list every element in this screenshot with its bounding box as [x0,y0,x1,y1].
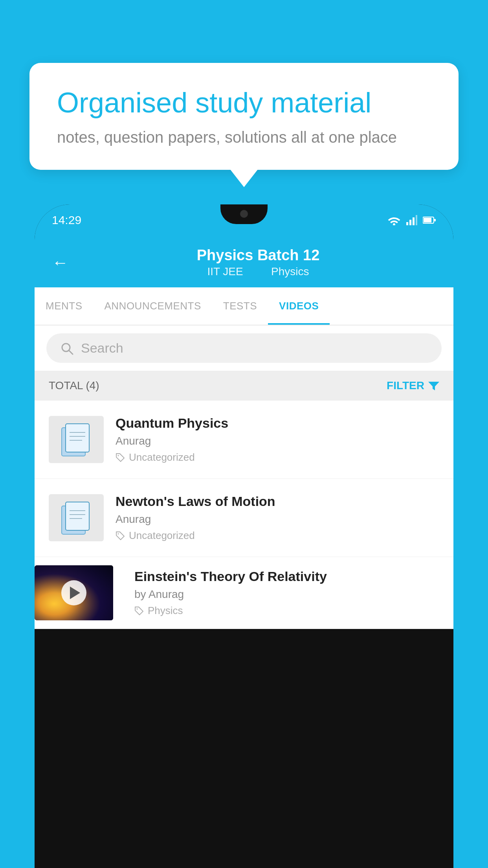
svg-rect-7 [434,219,436,221]
svg-point-16 [118,455,119,456]
app-header: ← Physics Batch 12 IIT JEE Physics [35,236,453,287]
file-folder-icon [59,420,94,459]
video-tag-quantum: Uncategorized [116,451,439,463]
svg-rect-12 [66,424,89,452]
video-list: Quantum Physics Anurag Uncategorized [35,401,453,629]
search-icon [60,341,74,355]
svg-rect-18 [66,502,89,530]
battery-icon [423,216,436,224]
content-area: Search TOTAL (4) FILTER [35,326,453,629]
video-title-quantum: Quantum Physics [116,416,439,431]
tag-label-quantum: Uncategorized [129,451,195,463]
list-item[interactable]: Einstein's Theory Of Relativity by Anura… [35,557,453,629]
video-title-einstein: Einstein's Theory Of Relativity [134,569,444,584]
video-title-newton: Newton's Laws of Motion [116,494,439,509]
tag-icon [116,453,125,462]
header-subtitle-iitjee: IIT JEE [207,265,243,278]
total-count-label: TOTAL (4) [49,379,99,392]
search-placeholder: Search [81,340,123,356]
svg-point-22 [118,533,119,534]
video-author-quantum: Anurag [116,435,439,447]
filter-bar: TOTAL (4) FILTER [35,371,453,401]
video-tag-einstein: Physics [134,605,444,617]
back-button[interactable]: ← [52,253,68,272]
tab-tests[interactable]: TESTS [212,287,268,325]
tab-videos[interactable]: VIDEOS [268,287,330,325]
phone-frame: 14:29 [35,204,453,868]
status-icons [387,215,436,225]
wifi-icon [387,215,401,225]
tag-icon [134,606,144,616]
tab-announcements[interactable]: ANNOUNCEMENTS [94,287,212,325]
svg-rect-6 [424,218,431,223]
list-item[interactable]: Newton's Laws of Motion Anurag Uncategor… [35,479,453,557]
svg-marker-10 [428,382,439,390]
list-item[interactable]: Quantum Physics Anurag Uncategorized [35,401,453,479]
video-author-newton: Anurag [116,513,439,526]
signal-icon [406,215,417,225]
header-title-area: Physics Batch 12 IIT JEE Physics [80,247,436,278]
file-folder-icon-newton [59,498,94,537]
status-bar: 14:29 [35,204,453,236]
filter-icon [428,380,439,391]
svg-point-23 [137,608,138,609]
svg-rect-1 [406,222,408,225]
video-thumb-newton [49,494,104,541]
svg-rect-3 [413,217,415,225]
tab-ments[interactable]: MENTS [35,287,94,325]
video-tag-newton: Uncategorized [116,530,439,542]
tag-label-newton: Uncategorized [129,530,195,542]
header-subtitle-physics: Physics [271,265,309,278]
play-button-einstein[interactable] [61,580,86,605]
video-thumb-quantum [49,416,104,463]
video-info-einstein: Einstein's Theory Of Relativity by Anura… [125,557,453,629]
play-triangle-icon [70,587,80,599]
filter-button[interactable]: FILTER [387,379,439,392]
tabs-bar: MENTS ANNOUNCEMENTS TESTS VIDEOS [35,287,453,326]
video-info-quantum: Quantum Physics Anurag Uncategorized [116,416,439,463]
search-bar-container: Search [35,326,453,371]
camera-dot [240,210,248,218]
speech-bubble-card: Organised study material notes, question… [29,63,459,170]
speech-bubble-title: Organised study material [57,86,431,119]
tag-label-einstein: Physics [148,605,183,617]
header-subtitle-separator [256,265,262,278]
svg-line-9 [69,350,73,354]
svg-point-0 [393,223,395,225]
video-author-einstein: by Anurag [134,588,444,601]
speech-bubble-subtitle: notes, question papers, solutions all at… [57,129,431,146]
status-time: 14:29 [52,213,81,227]
video-thumb-einstein [35,565,113,620]
svg-rect-2 [409,220,411,225]
video-info-newton: Newton's Laws of Motion Anurag Uncategor… [116,494,439,542]
phone-notch [220,204,268,224]
header-subtitle: IIT JEE Physics [80,265,436,278]
header-title: Physics Batch 12 [80,247,436,264]
search-bar[interactable]: Search [46,333,442,363]
svg-rect-4 [416,215,417,225]
filter-label: FILTER [387,379,424,392]
tag-icon [116,531,125,541]
